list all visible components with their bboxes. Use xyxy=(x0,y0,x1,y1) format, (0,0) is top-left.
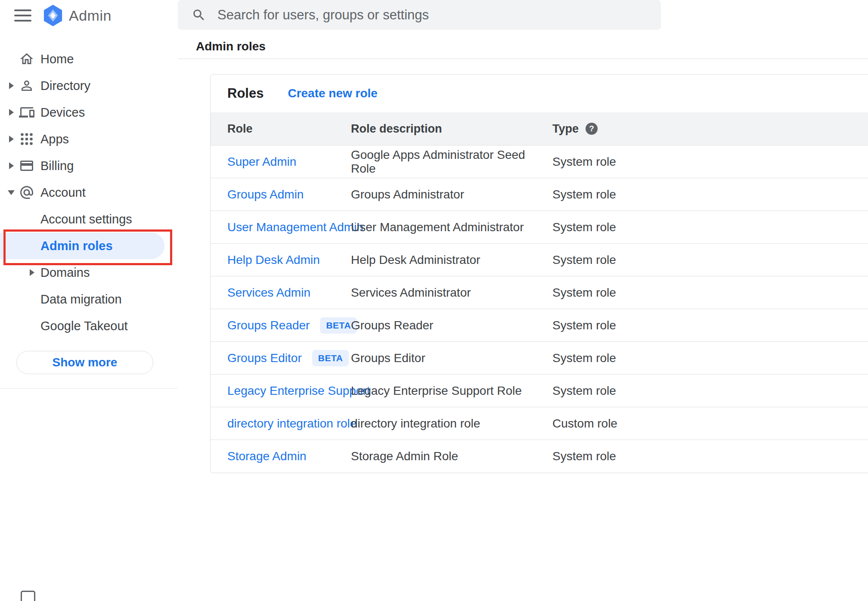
table-row: Groups Reader BETA Groups Reader System … xyxy=(211,309,868,342)
sidebar-item-label: Directory xyxy=(40,79,90,93)
role-cell: Groups Reader BETA xyxy=(227,317,351,334)
role-description: Services Administrator xyxy=(351,286,552,300)
role-type: System role xyxy=(552,155,868,169)
roles-card: Roles Create new role Role Role descript… xyxy=(210,74,868,473)
table-row: User Management Admin User Management Ad… xyxy=(211,211,868,244)
search-bar[interactable] xyxy=(178,0,661,30)
role-link[interactable]: directory integration role xyxy=(227,417,356,431)
sidebar-item-billing[interactable]: Billing xyxy=(0,152,178,179)
sidebar-item-label: Apps xyxy=(40,132,69,146)
sidebar-item-label: Data migration xyxy=(40,292,122,307)
sidebar-item-data-migration[interactable]: Data migration xyxy=(0,286,178,313)
table-row: Groups Admin Groups Administrator System… xyxy=(211,178,868,211)
table-row: Super Admin Google Apps Administrator Se… xyxy=(211,146,868,178)
role-description: Groups Editor xyxy=(351,351,552,365)
partial-bottom-icon xyxy=(21,591,35,601)
role-description: Storage Admin Role xyxy=(351,449,552,463)
chevron-down-icon xyxy=(8,190,15,195)
search-icon xyxy=(192,7,207,23)
role-type: System role xyxy=(552,253,868,267)
roles-table-body: Super Admin Google Apps Administrator Se… xyxy=(211,146,868,473)
table-row: Groups Editor BETA Groups Editor System … xyxy=(211,342,868,375)
roles-card-header: Roles Create new role xyxy=(211,74,868,112)
admin-logo-icon xyxy=(43,5,63,26)
role-link[interactable]: Legacy Enterprise Support xyxy=(227,384,370,398)
chevron-right-icon xyxy=(9,82,14,89)
role-cell: Storage Admin xyxy=(227,449,351,463)
role-type: System role xyxy=(552,351,868,365)
hamburger-menu-icon[interactable] xyxy=(14,9,31,22)
sidebar-item-admin-roles[interactable]: Admin roles xyxy=(0,232,164,259)
sidebar-item-label: Account settings xyxy=(40,212,132,226)
sidebar-item-google-takeout[interactable]: Google Takeout xyxy=(0,313,178,339)
role-type: System role xyxy=(552,384,868,398)
person-icon xyxy=(19,78,34,93)
sidebar-item-label: Billing xyxy=(40,159,74,173)
role-link[interactable]: Groups Reader xyxy=(227,319,310,332)
sidebar-item-label: Domains xyxy=(40,266,90,280)
at-sign-icon xyxy=(19,185,34,200)
sidebar-item-directory[interactable]: Directory xyxy=(0,72,178,99)
breadcrumb: Admin roles xyxy=(196,40,266,53)
role-description: Help Desk Administrator xyxy=(351,253,552,267)
column-header-type-label: Type xyxy=(552,122,579,136)
role-link[interactable]: Groups Editor xyxy=(227,351,302,365)
column-header-description: Role description xyxy=(351,122,552,136)
column-header-type: Type ? xyxy=(552,122,868,136)
card-title: Roles xyxy=(227,86,264,101)
table-row: directory integration role directory int… xyxy=(211,407,868,440)
sidebar-item-label: Home xyxy=(40,52,74,66)
sidebar-item-account-settings[interactable]: Account settings xyxy=(0,206,178,232)
role-cell: Super Admin xyxy=(227,155,351,169)
sidebar: Admin Home Directory xyxy=(0,0,178,601)
sidebar-item-label: Account xyxy=(40,186,86,200)
role-description: Groups Reader xyxy=(351,319,552,332)
role-cell: Services Admin xyxy=(227,286,351,300)
role-type: System role xyxy=(552,449,868,463)
sidebar-nav: Home Directory Devices xyxy=(0,46,178,339)
role-description: Google Apps Administrator Seed Role xyxy=(351,148,552,176)
create-new-role-link[interactable]: Create new role xyxy=(288,87,378,100)
app-title: Admin xyxy=(69,7,112,24)
role-description: Groups Administrator xyxy=(351,188,552,201)
role-type: Custom role xyxy=(552,417,868,431)
column-header-role: Role xyxy=(227,122,351,136)
role-link[interactable]: Groups Admin xyxy=(227,188,304,201)
role-description: directory integration role xyxy=(351,417,552,431)
chevron-right-icon xyxy=(30,269,34,276)
sidebar-item-devices[interactable]: Devices xyxy=(0,99,178,126)
role-type: System role xyxy=(552,319,868,332)
role-cell: Legacy Enterprise Support xyxy=(227,384,351,398)
search-input[interactable] xyxy=(217,7,651,23)
role-link[interactable]: Storage Admin xyxy=(227,449,307,463)
billing-card-icon xyxy=(19,158,34,173)
role-cell: Groups Admin xyxy=(227,188,351,201)
content-divider xyxy=(178,59,868,59)
devices-icon xyxy=(19,105,34,120)
chevron-right-icon xyxy=(9,109,14,116)
role-type: System role xyxy=(552,220,868,234)
home-icon xyxy=(19,51,34,67)
screen: Admin Home Directory xyxy=(0,0,868,601)
role-cell: Help Desk Admin xyxy=(227,253,351,267)
role-link[interactable]: Help Desk Admin xyxy=(227,253,320,267)
role-cell: Groups Editor BETA xyxy=(227,350,351,366)
role-cell: directory integration role xyxy=(227,417,351,431)
sidebar-header: Admin xyxy=(0,0,178,31)
sidebar-item-home[interactable]: Home xyxy=(0,46,178,72)
show-more-button[interactable]: Show more xyxy=(16,351,153,374)
sidebar-item-account[interactable]: Account xyxy=(0,179,178,206)
sidebar-item-label: Devices xyxy=(40,105,85,120)
help-icon[interactable]: ? xyxy=(586,123,598,135)
role-link[interactable]: Super Admin xyxy=(227,155,296,169)
role-type: System role xyxy=(552,286,868,300)
sidebar-item-domains[interactable]: Domains xyxy=(0,259,178,286)
role-link[interactable]: Services Admin xyxy=(227,286,310,300)
table-row: Help Desk Admin Help Desk Administrator … xyxy=(211,244,868,276)
table-header-row: Role Role description Type ? xyxy=(211,112,868,146)
role-link[interactable]: User Management Admin xyxy=(227,220,363,234)
sidebar-item-apps[interactable]: Apps xyxy=(0,126,178,152)
role-description: User Management Administrator xyxy=(351,220,552,234)
role-type: System role xyxy=(552,188,868,201)
beta-badge: BETA xyxy=(312,350,349,366)
